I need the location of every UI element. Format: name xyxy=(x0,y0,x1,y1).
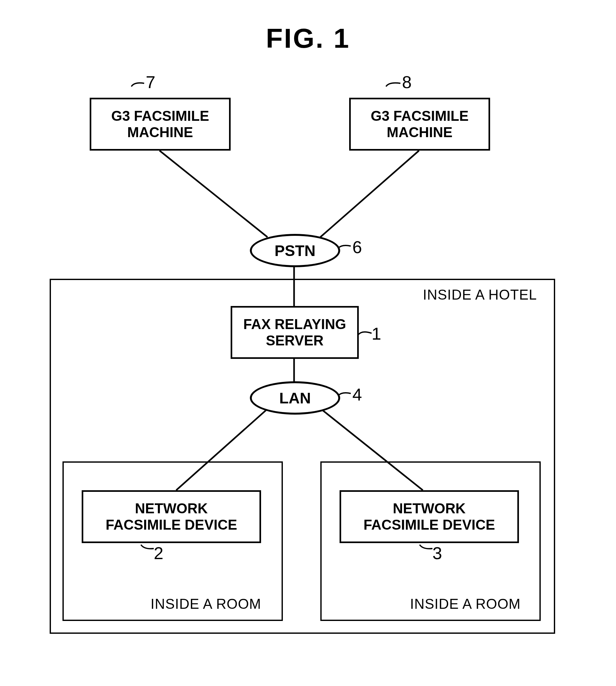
pstn-label: PSTN xyxy=(274,242,315,259)
network-fax-right: NETWORK FACSIMILE DEVICE xyxy=(339,490,519,543)
ref-num-2: 2 xyxy=(154,543,163,563)
lan-label: LAN xyxy=(279,389,311,407)
g3-facsimile-right: G3 FACSIMILE MACHINE xyxy=(349,98,490,151)
ref-num-6: 6 xyxy=(352,237,362,257)
ref-num-4: 4 xyxy=(352,385,362,404)
svg-line-0 xyxy=(159,151,267,237)
nfd-right-label: NETWORK FACSIMILE DEVICE xyxy=(364,500,495,533)
lan-node: LAN xyxy=(250,381,340,414)
svg-line-1 xyxy=(320,151,419,237)
ref-num-7: 7 xyxy=(146,72,155,92)
ref-num-3: 3 xyxy=(433,543,442,563)
hotel-label: INSIDE A HOTEL xyxy=(423,287,537,303)
network-fax-left: NETWORK FACSIMILE DEVICE xyxy=(82,490,261,543)
room-right-label: INSIDE A ROOM xyxy=(410,596,521,612)
ref-num-1: 1 xyxy=(372,324,381,343)
nfd-left-label: NETWORK FACSIMILE DEVICE xyxy=(106,500,237,533)
g3-left-label: G3 FACSIMILE MACHINE xyxy=(111,108,209,140)
g3-right-label: G3 FACSIMILE MACHINE xyxy=(371,108,469,140)
ref-num-8: 8 xyxy=(402,72,412,92)
diagram-canvas: FIG. 1 G3 FACSIMILE MACHINE 7 G3 xyxy=(0,0,616,686)
fax-relay-server: FAX RELAYING SERVER xyxy=(230,306,359,359)
pstn-node: PSTN xyxy=(250,234,340,267)
relay-label: FAX RELAYING SERVER xyxy=(243,316,346,349)
room-left-label: INSIDE A ROOM xyxy=(151,596,261,612)
g3-facsimile-left: G3 FACSIMILE MACHINE xyxy=(90,98,230,151)
